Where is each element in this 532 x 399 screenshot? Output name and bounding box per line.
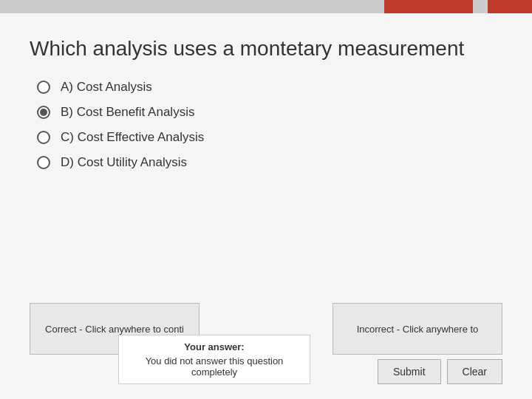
question-title: Which analysis uses a montetary measurem… (30, 35, 502, 62)
action-buttons: Submit Clear (378, 359, 502, 384)
radio-b-inner (40, 109, 47, 116)
radio-d[interactable] (37, 156, 50, 169)
submit-button[interactable]: Submit (378, 359, 441, 384)
option-a[interactable]: A) Cost Analysis (37, 80, 502, 95)
option-d[interactable]: D) Cost Utility Analysis (37, 155, 502, 170)
top-bar-accent2 (488, 0, 532, 13)
option-c[interactable]: C) Cost Effective Analysis (37, 130, 502, 145)
option-a-label: A) Cost Analysis (61, 80, 152, 95)
radio-c[interactable] (37, 131, 50, 144)
clear-button[interactable]: Clear (447, 359, 502, 384)
top-bar-accent (384, 0, 473, 13)
radio-a[interactable] (37, 81, 50, 94)
options-list: A) Cost Analysis B) Cost Benefit Analysi… (37, 80, 502, 170)
your-answer-title: Your answer: (128, 341, 301, 352)
correct-panel-text: Correct - Click anywhere to conti (45, 324, 184, 335)
incorrect-panel[interactable]: Incorrect - Click anywhere to (332, 303, 502, 355)
option-b[interactable]: B) Cost Benefit Analysis (37, 105, 502, 120)
top-bar (0, 0, 532, 13)
option-b-label: B) Cost Benefit Analysis (61, 105, 194, 120)
bottom-section: Correct - Click anywhere to conti Incorr… (0, 281, 532, 399)
your-answer-panel: Your answer: You did not answer this que… (118, 335, 310, 384)
your-answer-body: You did not answer this question complet… (128, 355, 301, 378)
radio-b[interactable] (37, 106, 50, 119)
option-c-label: C) Cost Effective Analysis (61, 130, 204, 145)
option-d-label: D) Cost Utility Analysis (61, 155, 187, 170)
incorrect-panel-text: Incorrect - Click anywhere to (357, 324, 479, 335)
